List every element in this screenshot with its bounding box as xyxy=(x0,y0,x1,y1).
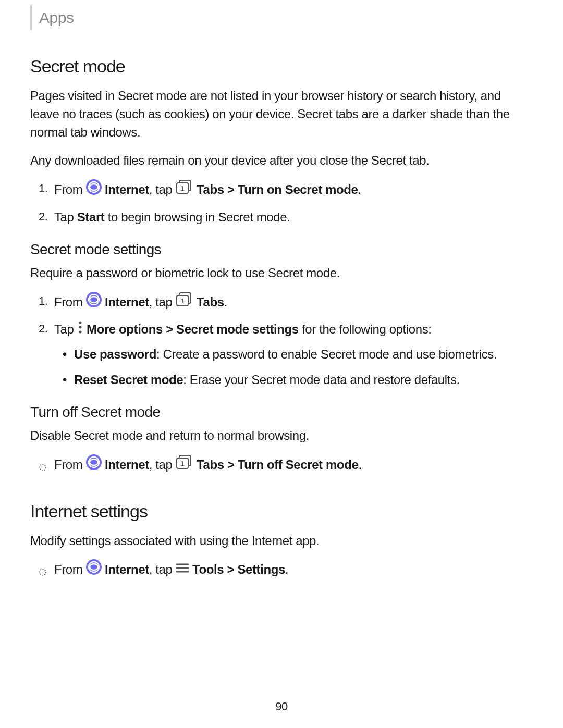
internet-label: Internet xyxy=(105,182,149,196)
svg-text:1: 1 xyxy=(180,460,184,467)
internet-icon xyxy=(86,454,102,475)
svg-point-10 xyxy=(79,330,81,333)
svg-text:1: 1 xyxy=(180,184,184,192)
internet-label: Internet xyxy=(105,563,149,577)
text: Tap xyxy=(54,210,77,224)
text: . xyxy=(285,563,288,577)
svg-point-9 xyxy=(79,326,81,328)
text: From xyxy=(54,182,86,196)
option-desc: : Erase your Secret mode data and restor… xyxy=(183,373,460,387)
page-number: 90 xyxy=(0,700,563,713)
text: . xyxy=(358,182,361,196)
tabs-label: Tabs xyxy=(197,295,224,309)
option-reset-secret-mode: Reset Secret mode: Erase your Secret mod… xyxy=(74,371,533,389)
sms-options: Use password: Create a password to enabl… xyxy=(54,346,533,389)
secret-mode-step-2: Tap Start to begin browsing in Secret mo… xyxy=(54,208,533,227)
secret-mode-step-1: From Internet, tap 1 Tabs > Turn on Secr… xyxy=(54,180,533,201)
text: , tap xyxy=(149,182,176,196)
sms-step-1: From Internet, tap 1 Tabs. xyxy=(54,293,533,314)
tools-icon xyxy=(176,561,189,579)
secret-mode-desc-1: Pages visited in Secret mode are not lis… xyxy=(30,87,533,141)
option-label: Use password xyxy=(74,347,156,361)
internet-label: Internet xyxy=(105,458,149,472)
tabs-icon: 1 xyxy=(176,455,193,475)
internet-settings-intro: Modify settings associated with using th… xyxy=(30,532,533,550)
internet-icon xyxy=(86,292,102,313)
header-accent-bar xyxy=(30,5,32,30)
secret-mode-settings-intro: Require a password or biometric lock to … xyxy=(30,264,533,282)
internet-label: Internet xyxy=(105,295,149,309)
breadcrumb: Apps xyxy=(39,9,74,27)
text: to begin browsing in Secret mode. xyxy=(104,210,290,224)
heading-turn-off-secret-mode: Turn off Secret mode xyxy=(30,404,533,421)
text: From xyxy=(54,295,86,309)
tabs-icon: 1 xyxy=(176,180,193,200)
sms-step-2: Tap More options > Secret mode settings … xyxy=(54,320,533,389)
text: , tap xyxy=(149,458,176,472)
tools-path: Tools > Settings xyxy=(192,563,285,577)
dotted-circle-icon xyxy=(39,459,47,477)
internet-settings-steps: From Internet, tap Tools > Settings. xyxy=(30,560,533,581)
internet-icon xyxy=(86,559,102,580)
start-label: Start xyxy=(77,210,105,224)
more-options-icon xyxy=(77,320,83,339)
secret-mode-settings-steps: From Internet, tap 1 Tabs. Tap More opti… xyxy=(30,293,533,389)
tabs-icon: 1 xyxy=(176,292,193,312)
option-desc: : Create a password to enable Secret mod… xyxy=(156,347,497,361)
text: From xyxy=(54,458,86,472)
option-use-password: Use password: Create a password to enabl… xyxy=(74,346,533,364)
turn-off-steps: From Internet, tap 1 Tabs > Turn off Sec… xyxy=(30,455,533,476)
text: , tap xyxy=(149,295,176,309)
heading-secret-mode: Secret mode xyxy=(30,56,533,77)
svg-text:1: 1 xyxy=(180,297,184,305)
heading-internet-settings: Internet settings xyxy=(30,501,533,522)
tabs-path: Tabs > Turn off Secret mode xyxy=(197,458,358,472)
option-label: Reset Secret mode xyxy=(74,373,183,387)
svg-point-8 xyxy=(79,321,81,324)
tabs-path: Tabs > Turn on Secret mode xyxy=(197,182,358,196)
turn-off-intro: Disable Secret mode and return to normal… xyxy=(30,427,533,445)
page-header: Apps xyxy=(30,5,533,30)
turn-off-step: From Internet, tap 1 Tabs > Turn off Sec… xyxy=(54,455,533,476)
secret-mode-desc-2: Any downloaded files remain on your devi… xyxy=(30,152,533,170)
text: for the following options: xyxy=(299,322,432,336)
internet-settings-step: From Internet, tap Tools > Settings. xyxy=(54,560,533,581)
text: . xyxy=(358,458,361,472)
dotted-circle-icon xyxy=(39,563,47,582)
more-options-path: More options > Secret mode settings xyxy=(87,322,299,336)
text: . xyxy=(224,295,227,309)
svg-point-11 xyxy=(40,464,46,471)
svg-point-16 xyxy=(40,569,46,575)
internet-icon xyxy=(86,179,102,200)
heading-secret-mode-settings: Secret mode settings xyxy=(30,241,533,258)
text: , tap xyxy=(149,563,176,577)
secret-mode-steps: From Internet, tap 1 Tabs > Turn on Secr… xyxy=(30,180,533,227)
text: From xyxy=(54,563,86,577)
text: Tap xyxy=(54,322,77,336)
